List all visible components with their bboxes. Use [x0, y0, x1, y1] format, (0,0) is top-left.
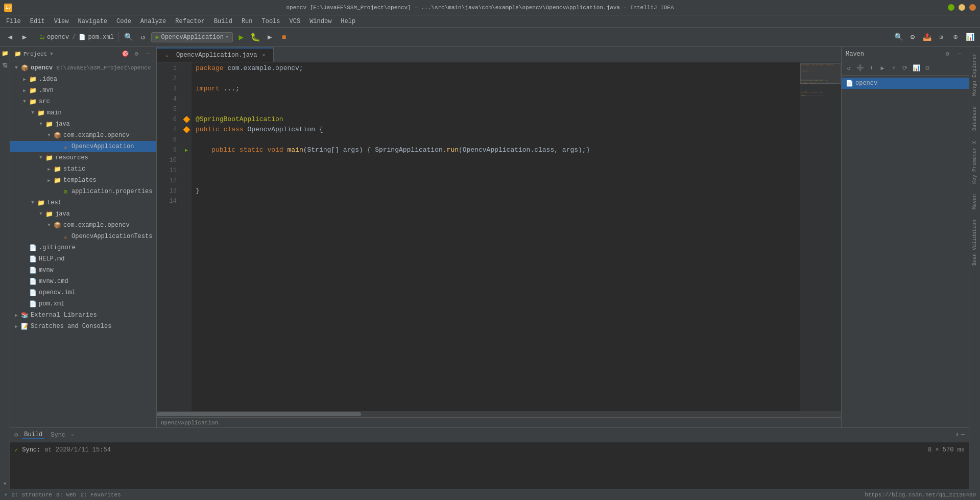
tree-item-opencv-root[interactable]: ▼ 📦 opencv E:\JavaEE\SSM_Project\opencv: [10, 62, 156, 74]
debug-button[interactable]: 🐛: [249, 31, 261, 43]
bottom-scroll-up[interactable]: ⬆: [955, 431, 959, 439]
menu-view[interactable]: View: [50, 17, 73, 26]
menu-code[interactable]: Code: [112, 17, 135, 26]
run-button[interactable]: ▶: [235, 31, 247, 43]
maven-add-btn[interactable]: ➕: [855, 63, 865, 74]
bottom-tab-sync[interactable]: Sync ✕: [49, 432, 76, 439]
close-button[interactable]: [969, 4, 976, 11]
minimize-button[interactable]: [948, 4, 954, 11]
tree-arrow-ext-libs: ▶: [12, 311, 20, 319]
right-strip-bean[interactable]: Bean Validation: [971, 216, 978, 270]
maven-hide-btn[interactable]: ─: [954, 49, 965, 59]
res-folder-icon: 📁: [45, 154, 53, 162]
menu-tools[interactable]: Tools: [258, 17, 284, 26]
code-editor[interactable]: package com.example.opencv; import ...; …: [192, 62, 800, 411]
right-strip-mongo[interactable]: Mongo Explorer: [971, 49, 978, 100]
maximize-button[interactable]: [959, 4, 965, 11]
maven-settings-btn[interactable]: ⚙: [942, 49, 952, 59]
tree-item-test[interactable]: ▼ 📁 test: [10, 197, 156, 208]
menu-window[interactable]: Window: [305, 17, 336, 26]
gutter-9[interactable]: ▶: [181, 145, 192, 155]
vcs-button[interactable]: 📤: [921, 31, 933, 43]
project-strip-icon[interactable]: 📁: [1, 49, 9, 57]
run-line-icon[interactable]: ▶: [185, 147, 188, 153]
tree-item-mvnw-cmd[interactable]: ▶ 📄 mvnw.cmd: [10, 276, 156, 287]
stop-button[interactable]: ■: [278, 31, 290, 43]
panel-settings-button[interactable]: ⚙: [132, 50, 141, 59]
ln-4: 4: [159, 94, 177, 104]
tree-item-main[interactable]: ▼ 📁 main: [10, 107, 156, 118]
tab-close-button[interactable]: ✕: [260, 52, 267, 59]
bottom-tab-sync-close[interactable]: ✕: [71, 433, 74, 438]
scrollbar-thumb[interactable]: [157, 412, 361, 416]
bottom-hide[interactable]: ─: [961, 431, 965, 439]
bottom-tab-build[interactable]: Build: [22, 431, 44, 439]
maven-collapse-btn[interactable]: ⊟: [922, 63, 933, 74]
maven-run-btn[interactable]: ▶: [877, 63, 888, 74]
coverage-button[interactable]: ▶: [264, 31, 276, 43]
back-button[interactable]: ◀: [4, 31, 16, 43]
right-strip-maven[interactable]: Maven: [971, 190, 978, 213]
layout-button[interactable]: 📊: [964, 31, 976, 43]
tree-item-gitignore[interactable]: ▶ 📄 .gitignore: [10, 242, 156, 253]
tree-item-scratches[interactable]: ▶ 📝 Scratches and Consoles: [10, 321, 156, 332]
terminal-button[interactable]: ⊞: [935, 31, 947, 43]
run-reload-button[interactable]: ↺: [137, 31, 149, 43]
menu-analyze[interactable]: Analyze: [136, 17, 170, 26]
tree-item-pom-xml[interactable]: ▶ 📄 pom.xml: [10, 298, 156, 309]
menu-vcs[interactable]: VCS: [285, 17, 305, 26]
tree-item-src[interactable]: ▼ 📁 src: [10, 96, 156, 107]
menu-refactor[interactable]: Refactor: [171, 17, 209, 26]
tree-item-resources[interactable]: ▼ 📁 resources: [10, 152, 156, 163]
status-vcs: 2: Structure: [12, 492, 52, 498]
project-dropdown-icon[interactable]: ▼: [50, 52, 53, 57]
tree-item-HELP-md[interactable]: ▶ 📄 HELP.md: [10, 253, 156, 265]
tree-item-opencv-iml[interactable]: ▶ 📄 opencv.iml: [10, 287, 156, 298]
right-strip-database[interactable]: Database: [971, 102, 978, 135]
structure-strip-icon[interactable]: 🏗: [1, 61, 9, 69]
menu-navigate[interactable]: Navigate: [74, 17, 111, 26]
tree-item-test-java[interactable]: ▼ 📁 java: [10, 208, 156, 220]
tree-item-java[interactable]: ▼ 📁 java: [10, 118, 156, 130]
bottom-panel-settings[interactable]: ⚙: [14, 431, 18, 439]
toolbar-nav: ◀ ▶: [4, 31, 31, 43]
maven-debug-run-btn[interactable]: ⚡: [889, 63, 899, 74]
tree-item-OpencvApplication[interactable]: ▶ ☕ OpencvApplication: [10, 141, 156, 152]
forward-button[interactable]: ▶: [18, 31, 31, 43]
locate-file-button[interactable]: 🎯: [121, 50, 130, 59]
maven-refresh-btn[interactable]: ↺: [844, 63, 854, 74]
menu-edit[interactable]: Edit: [26, 17, 49, 26]
settings-button[interactable]: ⚙: [906, 31, 919, 43]
panel-hide-button[interactable]: ─: [143, 50, 152, 59]
tree-item-test-package[interactable]: ▼ 📦 com.example.opencv: [10, 220, 156, 231]
menu-file[interactable]: File: [2, 17, 25, 26]
menu-help[interactable]: Help: [337, 17, 360, 26]
tree-item-static[interactable]: ▶ 📁 static: [10, 163, 156, 175]
tree-item-package[interactable]: ▼ 📦 com.example.opencv: [10, 130, 156, 141]
tree-item-OpencvApplicationTests[interactable]: ▶ ☕ OpencvApplicationTests: [10, 231, 156, 242]
right-strip-keypromoter[interactable]: Key Promoter X: [971, 137, 978, 188]
iml-icon: 📄: [29, 289, 37, 297]
tree-item-templates[interactable]: ▶ 📁 templates: [10, 175, 156, 186]
maven-download-btn[interactable]: ⬇: [866, 63, 876, 74]
run-search-button[interactable]: 🔍: [123, 31, 135, 43]
search-everywhere-button[interactable]: 🔍: [892, 31, 904, 43]
tree-item-external-libs[interactable]: ▶ 📚 External Libraries: [10, 309, 156, 321]
folder-icon-main: 📁: [37, 109, 45, 117]
maven-lifecycle-btn[interactable]: ⟳: [900, 63, 910, 74]
horizontal-scrollbar[interactable]: [157, 411, 841, 417]
run-config-dropdown[interactable]: ▶ OpencvApplication ▼: [151, 32, 233, 42]
code-line-14: [196, 196, 796, 206]
favorites-strip-icon[interactable]: ★: [1, 479, 9, 487]
project-sep: /: [72, 34, 76, 41]
maven-diagram-btn[interactable]: 📊: [911, 63, 921, 74]
menu-build[interactable]: Build: [210, 17, 236, 26]
menu-run[interactable]: Run: [237, 17, 257, 26]
maven-item-opencv[interactable]: 📄 opencv: [842, 78, 969, 89]
tree-item-mvn[interactable]: ▶ 📁 .mvn: [10, 85, 156, 96]
zoom-button[interactable]: ⊕: [949, 31, 962, 43]
tree-item-mvnw[interactable]: ▶ 📄 mvnw: [10, 265, 156, 276]
tree-item-app-properties[interactable]: ▶ ⚙ application.properties: [10, 186, 156, 197]
tree-item-idea[interactable]: ▶ 📁 .idea: [10, 74, 156, 85]
editor-tab-OpencvApplication[interactable]: ☕ OpencvApplication.java ✕: [157, 47, 274, 62]
